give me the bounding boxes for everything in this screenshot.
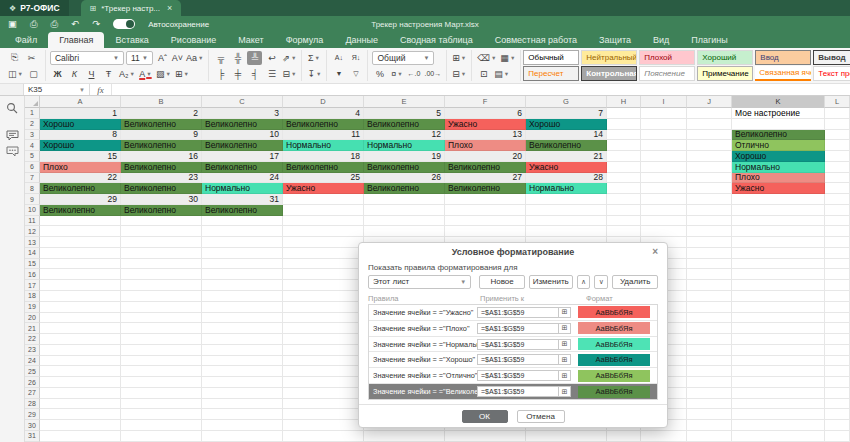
cell-J27[interactable] xyxy=(687,388,732,399)
cell-B6[interactable]: Великолепно xyxy=(121,162,202,173)
cell-K9[interactable] xyxy=(732,194,825,205)
cell-I1[interactable] xyxy=(641,108,687,119)
cell-H11[interactable] xyxy=(607,216,641,227)
cell-D4[interactable]: Нормально xyxy=(283,140,364,151)
cell-K7[interactable]: Плохо xyxy=(732,173,825,184)
clear-icon[interactable]: ⌫▼ xyxy=(476,51,497,65)
cell-L18[interactable] xyxy=(825,291,850,302)
ribbon-tab-вид[interactable]: Вид xyxy=(642,32,680,48)
cell-A25[interactable] xyxy=(40,366,121,377)
row-header-16[interactable]: 16 xyxy=(25,269,40,280)
cell-I10[interactable] xyxy=(641,205,687,216)
cell-B20[interactable] xyxy=(121,313,202,324)
cell-B26[interactable] xyxy=(121,377,202,388)
ribbon-tab-совместная-работа[interactable]: Совместная работа xyxy=(484,32,588,48)
cell-J10[interactable] xyxy=(687,205,732,216)
cell-A24[interactable] xyxy=(40,356,121,367)
cell-A15[interactable] xyxy=(40,259,121,270)
cell-E5[interactable]: 19 xyxy=(364,151,445,162)
cell-D9[interactable] xyxy=(283,194,364,205)
align-center-icon[interactable]: ╪ xyxy=(230,67,245,81)
align-left-icon[interactable]: ╞ xyxy=(213,67,228,81)
conditional-formatting-icon[interactable]: ▦▼ xyxy=(499,51,516,65)
cell-D1[interactable]: 4 xyxy=(283,108,364,119)
column-header-J[interactable]: J xyxy=(687,96,732,108)
cell-K10[interactable] xyxy=(732,205,825,216)
cell-I11[interactable] xyxy=(641,216,687,227)
row-header-30[interactable]: 30 xyxy=(25,420,40,431)
cell-A26[interactable] xyxy=(40,377,121,388)
cell-style-item[interactable]: Хороший xyxy=(697,50,753,65)
select-range-icon[interactable]: ⊞ xyxy=(559,370,571,381)
cell-A9[interactable]: 29 xyxy=(40,194,121,205)
name-box[interactable]: K35▼ xyxy=(24,84,90,95)
undo-icon[interactable]: ↶ xyxy=(71,16,79,32)
column-header-C[interactable]: C xyxy=(202,96,283,108)
column-header-A[interactable]: A xyxy=(40,96,121,108)
ribbon-tab-формула[interactable]: Формула xyxy=(275,32,335,48)
borders-icon[interactable]: ⊞▼ xyxy=(174,67,190,81)
cell-A29[interactable] xyxy=(40,409,121,420)
select-range-icon[interactable]: ⊞ xyxy=(559,386,571,397)
cell-L31[interactable] xyxy=(825,431,850,442)
cell-H7[interactable] xyxy=(607,173,641,184)
cell-K6[interactable]: Нормально xyxy=(732,162,825,173)
cell-D22[interactable] xyxy=(283,334,364,345)
format-painter-icon[interactable]: ⊡ xyxy=(476,67,491,81)
delete-rule-button[interactable]: Удалить xyxy=(612,275,658,289)
cell-A20[interactable] xyxy=(40,313,121,324)
increase-font-icon[interactable]: Aˆ xyxy=(155,51,170,65)
move-rule-up-button[interactable]: ∧ xyxy=(577,275,591,289)
cell-I31[interactable] xyxy=(641,431,687,442)
cell-B23[interactable] xyxy=(121,345,202,356)
cell-B10[interactable]: Великолепно xyxy=(121,205,202,216)
cell-J3[interactable] xyxy=(687,130,732,141)
cell-L25[interactable] xyxy=(825,366,850,377)
cell-A5[interactable]: 15 xyxy=(40,151,121,162)
autosave-toggle[interactable] xyxy=(113,19,135,29)
underline-icon[interactable]: Ч xyxy=(84,67,99,81)
cell-D28[interactable] xyxy=(283,399,364,410)
cell-A21[interactable] xyxy=(40,323,121,334)
cell-style-item[interactable]: Обычный xyxy=(523,50,579,65)
cell-B3[interactable]: 9 xyxy=(121,130,202,141)
comments-icon[interactable] xyxy=(6,130,19,141)
cell-C4[interactable]: Великолепно xyxy=(202,140,283,151)
column-header-F[interactable]: F xyxy=(445,96,526,108)
rule-range-input[interactable]: =$A$1:$G$59 xyxy=(477,307,559,318)
cell-F6[interactable]: Великолепно xyxy=(445,162,526,173)
cell-style-item[interactable]: Связанная ячей xyxy=(755,66,811,81)
cell-A28[interactable] xyxy=(40,399,121,410)
cell-D20[interactable] xyxy=(283,313,364,324)
cell-L8[interactable] xyxy=(825,183,850,194)
row-header-3[interactable]: 3 xyxy=(25,130,40,141)
cell-L15[interactable] xyxy=(825,259,850,270)
align-bottom-icon[interactable]: ╩ xyxy=(247,51,262,65)
fill-down-icon[interactable]: ↧▼ xyxy=(306,67,322,81)
feedback-icon[interactable] xyxy=(6,146,19,157)
ribbon-tab-сводная-таблица[interactable]: Сводная таблица xyxy=(389,32,484,48)
row-header-15[interactable]: 15 xyxy=(25,259,40,270)
cell-L11[interactable] xyxy=(825,216,850,227)
row-header-14[interactable]: 14 xyxy=(25,248,40,259)
cell-G7[interactable]: 28 xyxy=(526,173,607,184)
row-header-13[interactable]: 13 xyxy=(25,237,40,248)
cell-J14[interactable] xyxy=(687,248,732,259)
cell-I2[interactable] xyxy=(641,119,687,130)
cell-K28[interactable] xyxy=(732,399,825,410)
row-header-31[interactable]: 31 xyxy=(25,431,40,442)
cell-A30[interactable] xyxy=(40,420,121,431)
cell-E6[interactable]: Великолепно xyxy=(364,162,445,173)
cell-H3[interactable] xyxy=(607,130,641,141)
cell-B24[interactable] xyxy=(121,356,202,367)
cell-C18[interactable] xyxy=(202,291,283,302)
cell-H1[interactable] xyxy=(607,108,641,119)
cell-L5[interactable] xyxy=(825,151,850,162)
cell-D31[interactable] xyxy=(283,431,364,442)
cell-F12[interactable] xyxy=(445,226,526,237)
merge-cells-icon[interactable]: ⊟▼ xyxy=(281,67,297,81)
cell-D17[interactable] xyxy=(283,280,364,291)
cell-D23[interactable] xyxy=(283,345,364,356)
cell-L19[interactable] xyxy=(825,302,850,313)
cell-I5[interactable] xyxy=(641,151,687,162)
